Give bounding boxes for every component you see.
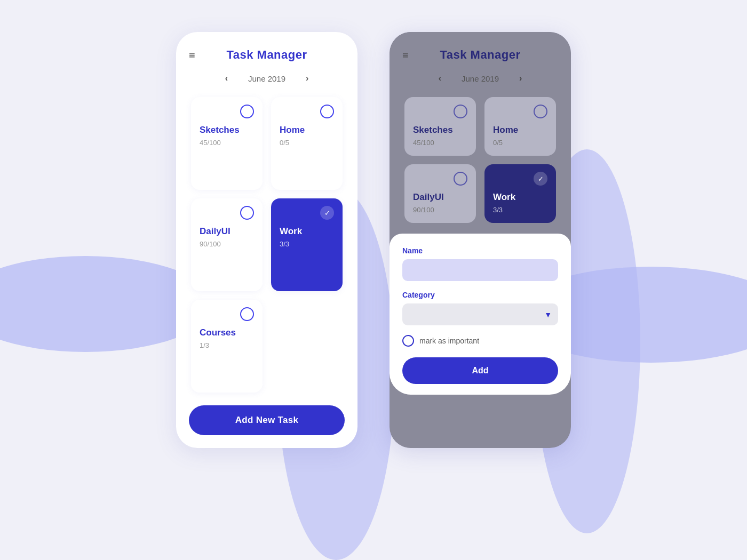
- phone2-task-progress-sketches: 45/100: [413, 139, 467, 147]
- phone2-task-checkbox-home: [534, 105, 547, 118]
- important-label: mark as important: [419, 337, 479, 345]
- phone2-month-nav: ‹ June 2019 ›: [402, 71, 558, 85]
- category-label: Category: [402, 291, 558, 299]
- task-name-sketches: Sketches: [200, 125, 254, 135]
- category-field: Category Work Home Personal ▼: [402, 291, 558, 325]
- name-label: Name: [402, 246, 558, 255]
- task-progress-courses: 1/3: [200, 341, 254, 349]
- phone2-task-checkbox-sketches: [454, 105, 467, 118]
- task-name-dailyui: DailyUI: [200, 226, 254, 237]
- add-new-task-button[interactable]: Add New Task: [189, 405, 345, 435]
- important-row: mark as important: [402, 335, 558, 347]
- task-card-home[interactable]: Home 0/5: [271, 97, 343, 190]
- phone2-task-card-dailyui: DailyUI 90/100: [404, 164, 476, 223]
- menu-icon[interactable]: ≡: [189, 49, 195, 61]
- phone2-app-title: Task Manager: [440, 48, 520, 62]
- add-button[interactable]: Add: [402, 357, 558, 384]
- phone2-task-progress-dailyui: 90/100: [413, 206, 467, 214]
- important-checkbox[interactable]: [402, 335, 414, 347]
- name-field: Name: [402, 246, 558, 281]
- task-checkbox-sketches[interactable]: [240, 105, 254, 118]
- category-select-wrapper: Work Home Personal ▼: [402, 303, 558, 325]
- task-card-dailyui[interactable]: DailyUI 90/100: [191, 198, 263, 291]
- add-task-modal: Name Category Work Home Personal ▼: [390, 234, 571, 395]
- phone2-next-month-button[interactable]: ›: [515, 71, 526, 85]
- task-name-courses: Courses: [200, 327, 254, 338]
- phone2-task-name-work: Work: [493, 192, 547, 203]
- task-card-sketches[interactable]: Sketches 45/100: [191, 97, 263, 190]
- category-select[interactable]: Work Home Personal: [402, 303, 558, 325]
- task-name-home: Home: [280, 125, 334, 135]
- phone2-task-checkbox-work: ✓: [534, 172, 547, 186]
- task-card-work[interactable]: ✓ Work 3/3: [271, 198, 343, 291]
- task-grid-phone1: Sketches 45/100 Home 0/5 DailyUI 90/100 …: [189, 97, 345, 393]
- task-checkbox-dailyui[interactable]: [240, 206, 254, 220]
- phone2-task-checkbox-dailyui: [454, 172, 467, 186]
- task-progress-sketches: 45/100: [200, 139, 254, 147]
- app-title: Task Manager: [226, 48, 307, 62]
- task-grid-phone2: Sketches 45/100 Home 0/5 DailyUI 90/100: [402, 97, 558, 234]
- phone2-task-card-sketches: Sketches 45/100: [404, 97, 476, 156]
- phones-wrapper: ≡ Task Manager ‹ June 2019 › Sketches 45…: [0, 32, 747, 448]
- next-month-button[interactable]: ›: [301, 71, 313, 85]
- phone1: ≡ Task Manager ‹ June 2019 › Sketches 45…: [176, 32, 357, 448]
- task-checkbox-home[interactable]: [320, 105, 334, 118]
- phone2-prev-month-button[interactable]: ‹: [434, 71, 446, 85]
- month-label: June 2019: [248, 74, 285, 83]
- name-input[interactable]: [402, 259, 558, 281]
- phone1-header: ≡ Task Manager: [189, 48, 345, 62]
- phone2-task-name-sketches: Sketches: [413, 125, 467, 135]
- phone2-task-progress-home: 0/5: [493, 139, 547, 147]
- month-nav: ‹ June 2019 ›: [189, 71, 345, 85]
- task-progress-work: 3/3: [280, 240, 334, 248]
- phone2-task-card-work: ✓ Work 3/3: [484, 164, 556, 223]
- phone2-task-name-home: Home: [493, 125, 547, 135]
- phone2-task-progress-work: 3/3: [493, 206, 547, 214]
- phone2-menu-icon[interactable]: ≡: [402, 49, 409, 61]
- phone2: ≡ Task Manager ‹ June 2019 › Sketches 45…: [390, 32, 571, 448]
- phone2-header: ≡ Task Manager: [402, 48, 558, 62]
- task-name-work: Work: [280, 226, 334, 237]
- task-card-courses[interactable]: Courses 1/3: [191, 300, 263, 393]
- task-checkbox-courses[interactable]: [240, 307, 254, 321]
- check-icon: ✓: [324, 209, 330, 217]
- prev-month-button[interactable]: ‹: [221, 71, 232, 85]
- task-checkbox-work[interactable]: ✓: [320, 206, 334, 220]
- phone2-month-label: June 2019: [462, 74, 499, 83]
- phone2-task-card-home: Home 0/5: [484, 97, 556, 156]
- task-progress-dailyui: 90/100: [200, 240, 254, 248]
- task-progress-home: 0/5: [280, 139, 334, 147]
- phone2-top: ≡ Task Manager ‹ June 2019 › Sketches 45…: [390, 32, 571, 234]
- phone2-check-icon: ✓: [538, 175, 544, 183]
- phone2-task-name-dailyui: DailyUI: [413, 192, 467, 203]
